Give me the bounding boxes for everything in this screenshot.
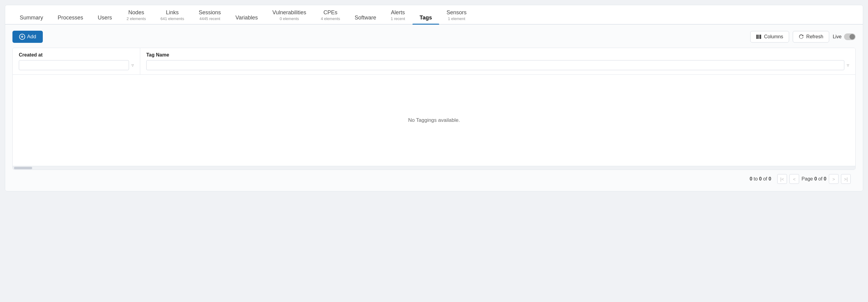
plus-icon: +: [19, 34, 25, 40]
tab-tags[interactable]: Tags: [412, 10, 439, 24]
filter-row-created: ▿: [19, 60, 134, 70]
columns-button[interactable]: Columns: [750, 31, 789, 43]
tab-sub-sessions: 4445 recent: [199, 17, 220, 21]
tab-label-summary: Summary: [20, 15, 43, 21]
tab-nodes[interactable]: Nodes2 elements: [119, 5, 153, 24]
tab-processes[interactable]: Processes: [51, 10, 90, 24]
tab-sub-links: 641 elements: [160, 17, 184, 21]
filter-tagname-icon[interactable]: ▿: [847, 62, 849, 68]
add-button[interactable]: + Add: [12, 31, 43, 43]
range-total: 0: [769, 176, 771, 182]
table-container: Created at ▿ Tag Name ▿: [12, 48, 856, 170]
tab-links[interactable]: Links641 elements: [153, 5, 191, 24]
table-body: No Taggings available.: [13, 75, 855, 166]
page-wrapper: SummaryProcessesUsersNodes2 elementsLink…: [0, 0, 868, 196]
tab-sub-alerts: 1 recent: [391, 17, 405, 21]
pagination-page-info: Page 0 of 0: [802, 176, 827, 182]
tab-summary[interactable]: Summary: [12, 10, 51, 24]
tab-users[interactable]: Users: [90, 10, 119, 24]
live-toggle-switch[interactable]: [844, 33, 856, 40]
tab-sub-cpes: 4 elements: [321, 17, 340, 21]
page-current: 0: [814, 176, 817, 182]
empty-message: No Taggings available.: [408, 99, 460, 142]
filter-tagname-input[interactable]: [146, 60, 844, 70]
pagination-row: 0 to 0 of 0 |< < Page 0 of 0 > >|: [12, 170, 856, 186]
svg-rect-1: [758, 35, 760, 39]
page-label: Page: [802, 176, 813, 182]
filter-row-tagname: ▿: [146, 60, 849, 70]
refresh-label: Refresh: [806, 34, 824, 39]
table-header: Created at ▿ Tag Name ▿: [13, 48, 855, 75]
range-end: 0: [759, 176, 762, 182]
next-page-button[interactable]: >: [829, 174, 839, 184]
tab-sensors[interactable]: Sensors1 element: [439, 5, 474, 24]
tab-variables[interactable]: Variables: [228, 10, 265, 24]
tab-vulnerabilities[interactable]: Vulnerabilities0 elements: [265, 5, 313, 24]
columns-label: Columns: [764, 34, 783, 39]
svg-rect-2: [760, 35, 761, 39]
tab-label-tags: Tags: [420, 15, 432, 21]
main-card: SummaryProcessesUsersNodes2 elementsLink…: [5, 5, 863, 191]
filter-created-input[interactable]: [19, 60, 129, 70]
tab-alerts[interactable]: Alerts1 recent: [383, 5, 412, 24]
tab-sessions[interactable]: Sessions4445 recent: [191, 5, 228, 24]
tab-cpes[interactable]: CPEs4 elements: [313, 5, 347, 24]
range-start: 0: [750, 176, 752, 182]
add-label: Add: [27, 34, 36, 40]
content-area: + Add Columns: [5, 25, 863, 191]
tab-label-links: Links: [166, 9, 179, 16]
scrollbar-thumb: [14, 167, 32, 169]
columns-icon: [756, 34, 762, 39]
tab-sub-nodes: 2 elements: [127, 17, 146, 21]
col-created-label: Created at: [19, 52, 134, 58]
tab-software[interactable]: Software: [347, 10, 383, 24]
horizontal-scrollbar[interactable]: [13, 166, 855, 169]
live-label: Live: [833, 34, 842, 39]
tab-label-software: Software: [355, 15, 376, 21]
tab-label-sessions: Sessions: [199, 9, 221, 16]
refresh-button[interactable]: Refresh: [793, 31, 829, 43]
tab-label-variables: Variables: [236, 15, 258, 21]
tab-label-users: Users: [98, 15, 112, 21]
tab-label-nodes: Nodes: [128, 9, 144, 16]
tab-label-processes: Processes: [58, 15, 83, 21]
svg-rect-0: [756, 35, 758, 39]
tab-label-sensors: Sensors: [446, 9, 466, 16]
right-controls: Columns Refresh Live: [750, 31, 856, 43]
tab-sub-vulnerabilities: 0 elements: [280, 17, 299, 21]
col-tagname-label: Tag Name: [146, 52, 849, 58]
pagination-range-info: 0 to 0 of 0: [750, 176, 771, 182]
page-total: 0: [824, 176, 827, 182]
tab-navigation: SummaryProcessesUsersNodes2 elementsLink…: [5, 5, 863, 25]
live-toggle: Live: [833, 33, 856, 40]
last-page-button[interactable]: >|: [841, 174, 851, 184]
tab-label-vulnerabilities: Vulnerabilities: [273, 9, 306, 16]
tab-sub-sensors: 1 element: [448, 17, 465, 21]
col-tag-name: Tag Name ▿: [140, 48, 855, 75]
toggle-knob: [849, 34, 855, 39]
refresh-icon: [799, 34, 804, 39]
tab-label-cpes: CPEs: [323, 9, 338, 16]
toolbar-row: + Add Columns: [12, 31, 856, 43]
tab-label-alerts: Alerts: [391, 9, 405, 16]
first-page-button[interactable]: |<: [777, 174, 787, 184]
prev-page-button[interactable]: <: [789, 174, 799, 184]
col-created-at: Created at ▿: [13, 48, 140, 75]
filter-created-icon[interactable]: ▿: [131, 62, 134, 68]
